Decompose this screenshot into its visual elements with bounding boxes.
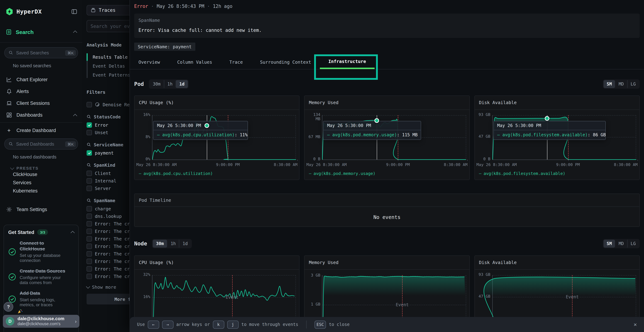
- pod-range-30m[interactable]: 30m: [150, 80, 164, 88]
- saved-dashboards-button[interactable]: Saved Dashboards ⌘K: [4, 138, 78, 150]
- filter-option-client[interactable]: Client: [86, 170, 130, 177]
- checkbox-checked-icon[interactable]: [86, 150, 92, 156]
- filter-option-error[interactable]: Error: [86, 121, 130, 129]
- preset-kubernetes[interactable]: Kubernetes: [0, 187, 82, 195]
- pod-size-lg[interactable]: LG: [627, 80, 639, 88]
- more-filters-button[interactable]: More fil: [86, 294, 130, 304]
- get-started-item-sources[interactable]: Create Data Sources Configure where your…: [8, 268, 74, 285]
- checkbox-icon[interactable]: [86, 266, 92, 272]
- sidebar-item-dashboards[interactable]: Dashboards: [0, 109, 82, 121]
- detail-tabs: Overview Column Values Trace Surrounding…: [130, 55, 644, 70]
- preset-services[interactable]: Services: [0, 178, 82, 187]
- filter-group-spanname[interactable]: SpanName: [86, 197, 130, 204]
- checkbox-icon[interactable]: [86, 171, 92, 176]
- checkbox-icon[interactable]: [86, 228, 92, 234]
- filter-option-unset[interactable]: Unset: [86, 129, 130, 136]
- filter-option-spanname-error[interactable]: Error: The cr: [86, 250, 130, 258]
- tab-column-values[interactable]: Column Values: [168, 55, 221, 69]
- checkbox-icon[interactable]: [86, 102, 92, 107]
- mode-results-table[interactable]: Results Table: [86, 52, 130, 62]
- filter-option-spanname-error[interactable]: Error: The cr: [86, 258, 130, 265]
- user-email: dale@clickhouse.com: [18, 316, 64, 322]
- tab-overview[interactable]: Overview: [130, 55, 168, 69]
- checkbox-icon[interactable]: [86, 214, 92, 219]
- pod-timeline-card: Pod Timeline No events: [134, 194, 640, 227]
- mode-event-deltas[interactable]: Event Deltas: [86, 62, 130, 70]
- checkbox-icon[interactable]: [86, 178, 92, 184]
- y-axis-tick-label: 16%: [135, 113, 150, 117]
- tab-trace[interactable]: Trace: [221, 55, 251, 69]
- presets-toggle[interactable]: PRESETS: [11, 166, 82, 170]
- checkbox-icon[interactable]: [86, 236, 92, 242]
- node-range-1d[interactable]: 1d: [179, 240, 191, 248]
- arrow-left-key[interactable]: ←: [148, 320, 159, 328]
- chart-plot-node-disk[interactable]: 93 GB47 GBEvent: [492, 275, 636, 320]
- sidebar-item-chart-explorer[interactable]: Chart Explorer: [0, 74, 82, 86]
- mode-event-patterns[interactable]: Event Patterns: [86, 70, 130, 80]
- arrow-right-key[interactable]: →: [162, 320, 173, 328]
- get-started-item-connect[interactable]: Connect to ClickHouse Set up your databa…: [8, 240, 74, 263]
- search-input[interactable]: [86, 20, 130, 32]
- preset-clickhouse[interactable]: ClickHouse: [0, 170, 82, 178]
- node-size-lg[interactable]: LG: [627, 240, 639, 248]
- hover-point-marker: [544, 116, 549, 120]
- checkbox-icon[interactable]: [86, 259, 92, 264]
- filter-option-spanname-error[interactable]: Error: The cr: [86, 228, 130, 235]
- filter-group-spankind[interactable]: SpanKind: [86, 162, 130, 168]
- sidebar-item-search[interactable]: Search: [0, 26, 82, 37]
- chart-plot-node-cpu[interactable]: 32%16%Event: [152, 275, 296, 320]
- node-range-30m[interactable]: 30m: [153, 240, 167, 248]
- pod-size-sm[interactable]: SM: [604, 80, 615, 88]
- pod-range-1h[interactable]: 1h: [164, 80, 176, 88]
- close-icon[interactable]: ✕: [634, 321, 637, 328]
- help-button[interactable]: ?: [4, 302, 13, 312]
- k-key[interactable]: k: [213, 320, 224, 328]
- create-dashboard-button[interactable]: + Create Dashboard: [0, 124, 82, 136]
- tab-infrastructure[interactable]: Infrastructure: [320, 55, 374, 69]
- denoise-checkbox-row[interactable]: Denoise Re: [86, 100, 130, 108]
- j-key[interactable]: j: [227, 320, 238, 328]
- sidebar-collapse-icon[interactable]: [71, 8, 77, 14]
- source-select[interactable]: Traces: [86, 5, 130, 16]
- checkbox-icon[interactable]: [86, 251, 92, 256]
- filter-option-charge[interactable]: charge: [86, 205, 130, 212]
- filter-group-statuscode[interactable]: StatusCode: [86, 114, 130, 120]
- chart-plot-pod-disk[interactable]: 93 GB47 GB0 BEventMay 26 5:30:00 PM— avg…: [492, 115, 636, 160]
- filter-option-spanname-error[interactable]: Error: The cr: [86, 242, 130, 250]
- chevron-up-icon[interactable]: [71, 231, 75, 235]
- checkbox-icon[interactable]: [86, 221, 92, 226]
- pod-range-1d[interactable]: 1d: [176, 80, 188, 88]
- sidebar-item-client-sessions[interactable]: Client Sessions: [0, 97, 82, 109]
- service-name-tag[interactable]: ServiceName: payment: [134, 42, 195, 51]
- node-range-1h[interactable]: 1h: [167, 240, 179, 248]
- node-size-md[interactable]: MD: [615, 240, 627, 248]
- filter-option-spanname-error[interactable]: Error: The cr: [86, 265, 130, 272]
- sidebar-item-alerts[interactable]: Alerts: [0, 86, 82, 97]
- checkbox-icon[interactable]: [86, 274, 92, 279]
- esc-key[interactable]: ESC: [314, 320, 326, 328]
- checkbox-icon[interactable]: [86, 130, 92, 135]
- checkbox-icon[interactable]: [86, 186, 92, 191]
- chart-plot-node-memory[interactable]: 3 GB1 GBEvent: [322, 275, 466, 320]
- saved-searches-button[interactable]: Saved Searches ⌘K: [4, 47, 78, 58]
- checkbox-icon[interactable]: [86, 244, 92, 249]
- filter-option-dns-lookup[interactable]: dns.lookup: [86, 212, 130, 220]
- filter-option-spanname-error[interactable]: Error: The cr: [86, 235, 130, 242]
- get-started-item-add-data[interactable]: Add Data Start sending logs, metrics, or…: [8, 291, 74, 308]
- tab-surrounding-context[interactable]: Surrounding Context: [251, 55, 320, 69]
- user-menu[interactable]: D dale@clickhouse.com dale@clickhouse.co…: [3, 315, 80, 328]
- filter-option-server[interactable]: Server: [86, 184, 130, 192]
- chart-plot-pod-memory[interactable]: 134MB67 MB0 BEventMay 26 5:30:00 PM— avg…: [322, 115, 466, 160]
- filter-option-payment[interactable]: payment: [86, 149, 130, 157]
- checkbox-checked-icon[interactable]: [86, 122, 92, 128]
- show-more-button[interactable]: Show more: [86, 283, 130, 290]
- filter-option-internal[interactable]: Internal: [86, 177, 130, 184]
- chart-plot-pod-cpu[interactable]: 16%8%0%EventMay 26 5:30:00 PM— avg(k8s.p…: [152, 115, 296, 160]
- node-size-sm[interactable]: SM: [604, 240, 615, 248]
- filter-group-servicename[interactable]: ServiceName: [86, 141, 130, 148]
- checkbox-icon[interactable]: [86, 206, 92, 212]
- sidebar-item-team-settings[interactable]: Team Settings: [0, 204, 82, 215]
- pod-size-md[interactable]: MD: [615, 80, 627, 88]
- filter-option-spanname-error[interactable]: Error: The cr: [86, 220, 130, 228]
- filter-option-spanname-error[interactable]: Error: The cr: [86, 272, 130, 280]
